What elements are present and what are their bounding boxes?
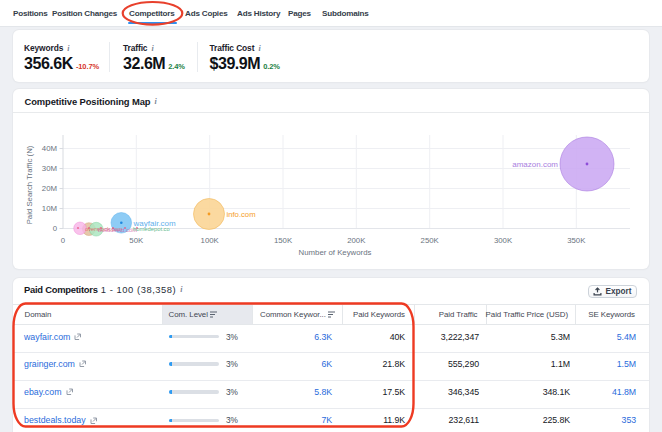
svg-text:100K: 100K — [201, 236, 220, 245]
svg-text:amazon.com: amazon.com — [512, 160, 558, 169]
svg-text:150K: 150K — [274, 236, 293, 245]
svg-text:10M: 10M — [42, 204, 57, 213]
svg-text:0: 0 — [61, 236, 66, 245]
svg-text:350K: 350K — [567, 236, 586, 245]
svg-text:200K: 200K — [347, 236, 366, 245]
svg-text:0: 0 — [53, 224, 58, 233]
svg-text:50K: 50K — [129, 236, 144, 245]
svg-text:Paid Search Traffic (N): Paid Search Traffic (N) — [25, 145, 34, 224]
svg-text:info.com: info.com — [227, 210, 256, 219]
svg-text:250K: 250K — [421, 236, 440, 245]
svg-text:300K: 300K — [494, 236, 513, 245]
svg-text:wayfair.com: wayfair.com — [133, 219, 177, 228]
svg-text:builddirect.com: builddirect.com — [98, 227, 137, 233]
svg-text:30M: 30M — [42, 164, 57, 173]
svg-text:40M: 40M — [42, 144, 57, 153]
svg-text:20M: 20M — [42, 184, 57, 193]
svg-text:Number of Keywords: Number of Keywords — [299, 248, 372, 257]
